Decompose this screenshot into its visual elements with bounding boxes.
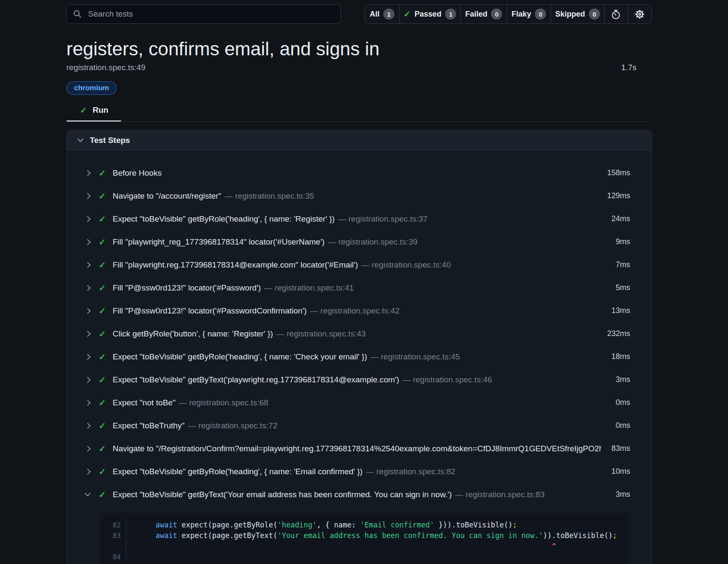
code-token: expect(page.getByText(: [177, 531, 277, 540]
step-location: — registration.spec.ts:40: [361, 260, 451, 270]
filter-all[interactable]: All1: [365, 5, 400, 23]
step-location: — registration.spec.ts:82: [366, 467, 455, 476]
step-location: — registration.spec.ts:45: [371, 352, 460, 362]
step-text: Click getByRole('button', { name: 'Regis…: [113, 329, 366, 339]
step-text: Fill "P@ssw0rd123!" locator('#Password')…: [113, 283, 354, 293]
test-step-row[interactable]: ✓Before Hooks158ms: [86, 162, 630, 185]
step-title: Fill "playwright_reg_1773968178314" loca…: [113, 237, 325, 247]
step-passed-icon: ✓: [99, 353, 106, 361]
gear-icon: [634, 9, 645, 20]
step-text: Before Hooks: [113, 168, 162, 178]
code-line: 84: [100, 552, 628, 562]
step-location: — registration.spec.ts:46: [403, 375, 492, 385]
step-title: Expect "toBeVisible" getByRole('heading'…: [113, 352, 367, 362]
project-badge-chromium[interactable]: chromium: [66, 81, 117, 95]
test-step-row[interactable]: ✓Click getByRole('button', { name: 'Regi…: [86, 322, 630, 345]
search-input[interactable]: [87, 9, 334, 19]
test-step-row[interactable]: ✓Expect "toBeVisible" getByText('playwri…: [86, 368, 630, 391]
test-step-row[interactable]: ✓Fill "P@ssw0rd123!" locator('#Password'…: [86, 276, 630, 299]
step-duration: 5ms: [605, 283, 630, 292]
step-passed-icon: ✓: [99, 284, 106, 292]
step-title: Navigate to "/account/register": [113, 191, 221, 201]
code-text: await expect(page.getByRole('heading', {…: [126, 520, 517, 530]
code-token: , { name:: [317, 521, 360, 529]
code-line: ^: [100, 541, 628, 552]
test-steps-panel: Test Steps ✓Before Hooks158ms✓Navigate t…: [66, 130, 652, 564]
step-text: Fill "P@ssw0rd123!" locator('#PasswordCo…: [113, 306, 400, 316]
code-token: [129, 521, 155, 529]
step-passed-icon: ✓: [99, 215, 106, 223]
tab-run-label: Run: [93, 105, 108, 115]
check-icon: ✓: [80, 106, 87, 114]
error-caret: ^: [552, 542, 556, 550]
test-step-row[interactable]: ✓Navigate to "/account/register"— regist…: [86, 185, 630, 208]
subtitle-row: registration.spec.ts:49 1.7s: [66, 63, 652, 72]
step-title: Click getByRole('button', { name: 'Regis…: [113, 329, 273, 339]
step-title: Expect "toBeVisible" getByRole('heading'…: [113, 467, 363, 476]
step-passed-icon: ✓: [99, 399, 106, 407]
line-number: 83: [100, 530, 126, 541]
step-title: Expect "toBeVisible" getByRole('heading'…: [113, 214, 335, 224]
test-step-row[interactable]: ✓Fill "playwright_reg_1773968178314" loc…: [86, 231, 630, 254]
filter-flaky[interactable]: Flaky0: [507, 5, 551, 23]
filter-label: Skipped: [555, 10, 585, 19]
steps-list: ✓Before Hooks158ms✓Navigate to "/account…: [67, 151, 651, 564]
test-step-row[interactable]: ✓Expect "not toBe"— registration.spec.ts…: [86, 391, 630, 414]
test-step-row[interactable]: ✓Expect "toBeVisible" getByRole('heading…: [86, 208, 630, 231]
code-line: 83 await expect(page.getByText('Your ema…: [100, 530, 628, 541]
step-title: Expect "toBeVisible" getByText('Your ema…: [113, 490, 452, 499]
filter-group: All1✓Passed1Failed0Flaky0Skipped0: [365, 4, 652, 24]
filter-label: Failed: [465, 10, 487, 19]
chevron-right-icon: [85, 469, 91, 475]
settings-button[interactable]: [628, 5, 651, 23]
search-box[interactable]: [66, 4, 341, 24]
filter-count-badge: 0: [491, 9, 502, 20]
test-step-row[interactable]: ✓Fill "playwright.reg.1773968178314@exam…: [86, 254, 630, 276]
step-text: Fill "playwright.reg.1773968178314@examp…: [113, 260, 451, 270]
step-location: — registration.spec.ts:68: [179, 398, 268, 407]
test-step-row[interactable]: ✓Expect "toBeVisible" getByText('Your em…: [86, 483, 630, 506]
test-steps-header[interactable]: Test Steps: [67, 131, 651, 151]
test-step-row[interactable]: ✓Expect "toBeVisible" getByRole('heading…: [86, 345, 630, 368]
filter-count-badge: 1: [445, 9, 456, 20]
filter-skipped[interactable]: Skipped0: [551, 5, 605, 23]
test-step-row[interactable]: ✓Expect "toBeVisible" getByRole('heading…: [86, 460, 630, 483]
test-steps-title: Test Steps: [90, 136, 130, 145]
step-duration: 7ms: [605, 260, 630, 269]
code-token: ;: [613, 531, 617, 540]
chevron-down-icon: [77, 136, 83, 142]
filter-failed[interactable]: Failed0: [461, 5, 507, 23]
filter-count-badge: 1: [383, 9, 394, 20]
chevron-right-icon: [85, 285, 91, 291]
step-location: — registration.spec.ts:43: [277, 329, 366, 339]
chevron-right-icon: [85, 446, 91, 452]
test-step-row[interactable]: ✓Fill "P@ssw0rd123!" locator('#PasswordC…: [86, 299, 630, 322]
step-text: Navigate to "/Registration/Confirm?email…: [113, 444, 601, 453]
step-duration: 232ms: [597, 329, 630, 338]
step-title: Expect "toBeVisible" getByText('playwrig…: [113, 375, 399, 385]
filter-passed[interactable]: ✓Passed1: [400, 5, 461, 23]
timer-button[interactable]: [605, 5, 628, 23]
chevron-right-icon: [85, 377, 91, 383]
step-text: Fill "playwright_reg_1773968178314" loca…: [113, 237, 417, 247]
test-step-row[interactable]: ✓Navigate to "/Registration/Confirm?emai…: [86, 437, 630, 460]
chevron-right-icon: [85, 262, 91, 268]
step-location: — registration.spec.ts:39: [328, 237, 417, 247]
step-title: Fill "playwright.reg.1773968178314@examp…: [113, 260, 358, 270]
test-step-row[interactable]: ✓Expect "toBeTruthy"— registration.spec.…: [86, 414, 630, 437]
code-token: await: [155, 521, 177, 529]
test-location: registration.spec.ts:49: [66, 63, 146, 72]
code-token: expect(page.getByRole(: [177, 521, 277, 529]
step-passed-icon: ✓: [99, 490, 106, 499]
step-location: — registration.spec.ts:83: [455, 490, 545, 499]
code-token: 'heading': [277, 521, 317, 529]
step-text: Expect "toBeVisible" getByRole('heading'…: [113, 214, 428, 224]
tab-run[interactable]: ✓ Run: [66, 101, 121, 121]
step-passed-icon: ✓: [99, 330, 106, 338]
step-location: — registration.spec.ts:37: [338, 214, 428, 224]
step-passed-icon: ✓: [99, 169, 106, 177]
step-duration: 9ms: [605, 237, 630, 246]
step-duration: 24ms: [601, 214, 630, 223]
chevron-down-icon: [85, 490, 91, 496]
code-snippet: 82 await expect(page.getByRole('heading'…: [100, 513, 628, 564]
